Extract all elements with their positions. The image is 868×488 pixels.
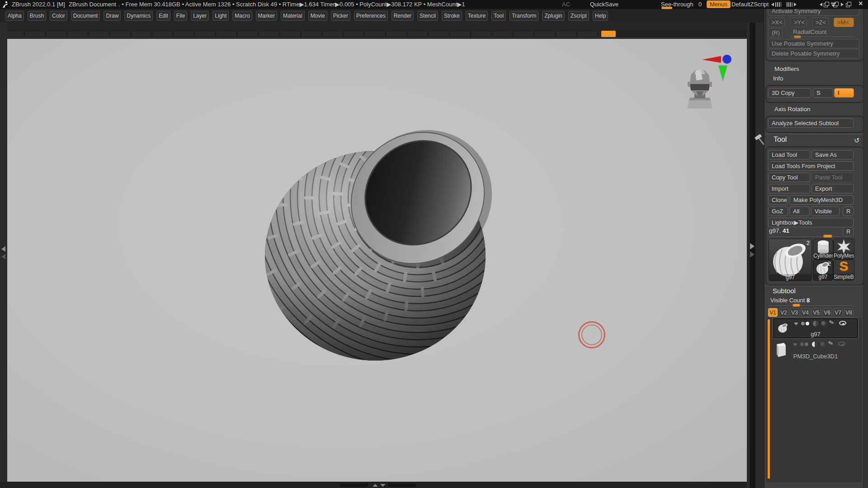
default-zscript-button[interactable]: DefaultZScript bbox=[731, 1, 769, 8]
subtool-polypaint-icon[interactable] bbox=[813, 321, 818, 326]
tab-v3[interactable]: V3 bbox=[790, 308, 799, 317]
tool-name-slider[interactable]: g97. 41 bbox=[769, 227, 789, 234]
document-canvas[interactable] bbox=[7, 39, 747, 482]
paste-tool-button[interactable]: Paste Tool bbox=[811, 173, 854, 182]
menu-light[interactable]: Light bbox=[212, 11, 229, 21]
use-posable-symmetry-button[interactable]: Use Posable Symmetry bbox=[768, 39, 859, 48]
radial-count-handle[interactable] bbox=[794, 35, 801, 38]
tab-v5[interactable]: V5 bbox=[811, 308, 821, 317]
menu-document[interactable]: Document bbox=[71, 11, 100, 21]
tool-reset-icon[interactable]: ↺ bbox=[854, 136, 860, 145]
bottom-tray-close-icon[interactable] bbox=[380, 484, 386, 487]
visible-count-slider[interactable]: Visible Count 8 bbox=[770, 297, 810, 304]
minimize-button[interactable] bbox=[831, 3, 836, 7]
menu-alpha[interactable]: Alpha bbox=[5, 11, 24, 21]
menu-brush[interactable]: Brush bbox=[28, 11, 46, 21]
bottom-tray-open-icon[interactable] bbox=[373, 484, 378, 487]
subtool-section-title[interactable]: Subtool bbox=[773, 287, 796, 295]
divider-right-icon[interactable] bbox=[794, 3, 797, 6]
lightbox-tools-button[interactable]: Lightbox▶Tools bbox=[768, 218, 854, 227]
s-button[interactable]: S bbox=[813, 88, 833, 98]
all-button[interactable]: All bbox=[789, 206, 810, 216]
quicksave-button[interactable]: QuickSave bbox=[590, 1, 618, 8]
tool-slider-r-button[interactable]: R bbox=[843, 227, 854, 236]
divider-left-icon[interactable] bbox=[771, 3, 774, 6]
menu-macro[interactable]: Macro bbox=[232, 11, 252, 21]
radial-count-slider[interactable]: RadialCount bbox=[793, 28, 826, 35]
menu-edit[interactable]: Edit bbox=[156, 11, 170, 21]
visible-button[interactable]: Visible bbox=[811, 206, 840, 216]
tool-slider-handle[interactable] bbox=[823, 235, 832, 238]
activate-symmetry-button[interactable]: Activate Symmetry bbox=[768, 9, 859, 16]
menu-zscript[interactable]: Zscript bbox=[568, 11, 589, 21]
menu-movie[interactable]: Movie bbox=[308, 11, 327, 21]
axis-orientation-widget[interactable] bbox=[702, 53, 735, 84]
symmetry-m-button[interactable]: >M< bbox=[834, 18, 854, 27]
tab-v6[interactable]: V6 bbox=[822, 308, 832, 317]
load-tool-button[interactable]: Load Tool bbox=[768, 150, 810, 160]
current-tool-thumbnail[interactable]: 2 g97 bbox=[769, 239, 812, 281]
make-polymesh3d-button[interactable]: Make PolyMesh3D bbox=[790, 195, 854, 205]
visible-count-handle[interactable] bbox=[793, 304, 800, 307]
menu-file[interactable]: File bbox=[174, 11, 187, 21]
tool-thumb-g97-small[interactable]: 2 g97 bbox=[813, 259, 833, 281]
left-tray-handle-icon[interactable] bbox=[1, 246, 5, 252]
symmetry-r-button[interactable]: (R) bbox=[768, 28, 783, 38]
tab-v7[interactable]: V7 bbox=[833, 308, 843, 317]
menu-tool[interactable]: Tool bbox=[491, 11, 506, 21]
tool-thumb-simplebrush[interactable]: S SimpleB bbox=[833, 259, 854, 281]
subtool-scrollbar[interactable] bbox=[768, 319, 770, 479]
menu-help[interactable]: Help bbox=[593, 11, 609, 21]
tool-thumb-cylinder[interactable]: Cylinder bbox=[813, 239, 833, 259]
symmetry-y-button[interactable]: >Y< bbox=[790, 18, 807, 27]
menu-layer[interactable]: Layer bbox=[191, 11, 209, 21]
window-stack-icon[interactable] bbox=[824, 2, 829, 7]
goz-button[interactable]: GoZ bbox=[768, 206, 788, 216]
copy-3d-button[interactable]: 3D Copy bbox=[768, 88, 811, 98]
subtool-row-cube[interactable]: ✎ PM3D_Cube3D1 bbox=[773, 340, 858, 361]
tool-section-title[interactable]: Tool bbox=[774, 136, 787, 144]
tab-v1[interactable]: V1 bbox=[768, 308, 778, 317]
menu-stroke[interactable]: Stroke bbox=[442, 11, 462, 21]
menus-button[interactable]: Menus bbox=[707, 0, 731, 8]
symmetry-z-button[interactable]: >Z< bbox=[812, 18, 829, 27]
menu-texture[interactable]: Texture bbox=[466, 11, 488, 21]
subtool-toggle-icon[interactable] bbox=[800, 321, 810, 326]
tab-v2[interactable]: V2 bbox=[779, 308, 788, 317]
menu-render[interactable]: Render bbox=[392, 11, 414, 21]
tab-v8[interactable]: V8 bbox=[844, 308, 854, 317]
clone-button[interactable]: Clone bbox=[768, 195, 788, 205]
menu-draw[interactable]: Draw bbox=[104, 11, 121, 21]
save-as-button[interactable]: Save As bbox=[811, 150, 854, 160]
goz-r-button[interactable]: R bbox=[843, 206, 854, 216]
copy-tool-button[interactable]: Copy Tool bbox=[768, 173, 810, 182]
menu-stencil[interactable]: Stencil bbox=[417, 11, 438, 21]
menu-transform[interactable]: Transform bbox=[509, 11, 538, 21]
menu-picker[interactable]: Picker bbox=[331, 11, 350, 21]
i-button[interactable]: I bbox=[834, 88, 854, 98]
load-tools-from-project-button[interactable]: Load Tools From Project bbox=[768, 161, 854, 171]
tab-v4[interactable]: V4 bbox=[801, 308, 810, 317]
right-tray-handle-icon[interactable] bbox=[750, 243, 755, 249]
analyze-selected-subtool-button[interactable]: Analyze Selected Subtool bbox=[768, 118, 854, 128]
menu-dynamics[interactable]: Dynamics bbox=[124, 11, 153, 21]
subtool-fold-icon[interactable] bbox=[794, 323, 798, 325]
symmetry-x-button[interactable]: >X< bbox=[768, 18, 785, 27]
subtool-eye-icon[interactable] bbox=[839, 321, 846, 325]
subtool-brush-icon[interactable]: ✎ bbox=[828, 319, 835, 326]
menu-preferences[interactable]: Preferences bbox=[354, 11, 388, 21]
window-prev-icon[interactable] bbox=[820, 3, 822, 6]
tool-thumb-polymesh[interactable]: PolyMes bbox=[833, 239, 854, 259]
restore-button[interactable] bbox=[846, 2, 851, 7]
menu-zplugin[interactable]: Zplugin bbox=[542, 11, 564, 21]
menu-color[interactable]: Color bbox=[50, 11, 67, 21]
export-button[interactable]: Export bbox=[811, 184, 854, 193]
panel-scrollbar[interactable] bbox=[863, 9, 868, 488]
timeline-strip[interactable] bbox=[0, 31, 747, 38]
menu-marker[interactable]: Marker bbox=[256, 11, 277, 21]
menu-material[interactable]: Material bbox=[281, 11, 305, 21]
subtool-row-g97[interactable]: ✎ g97 bbox=[773, 318, 858, 338]
subtool-uv-icon[interactable] bbox=[821, 321, 826, 326]
window-next-icon[interactable] bbox=[841, 3, 844, 6]
delete-posable-symmetry-button[interactable]: Delete Posable Symmetry bbox=[768, 49, 859, 58]
